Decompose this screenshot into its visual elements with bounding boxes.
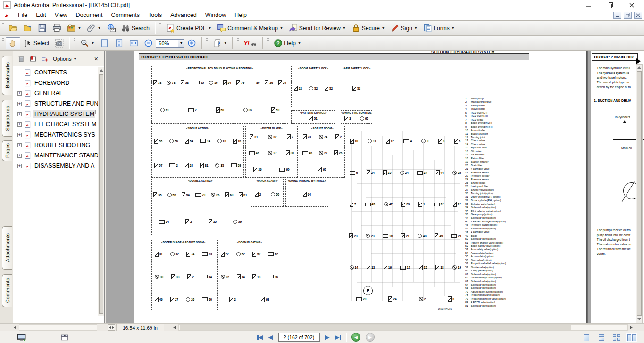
hand-tool-button[interactable] <box>6 37 20 49</box>
bookmark-item[interactable]: CONTENTS <box>13 67 98 78</box>
expand-plus-icon[interactable] <box>17 122 22 127</box>
send-review-button[interactable]: Send for Review▼ <box>286 22 349 34</box>
sidebar-tab[interactable]: Pages <box>2 140 12 161</box>
doc-restore-icon[interactable] <box>624 12 632 19</box>
facing-layout-icon[interactable] <box>611 333 622 342</box>
expand-plus-icon[interactable] <box>17 102 22 106</box>
bookmark-item[interactable]: MAINTENANCE STAND <box>13 150 98 161</box>
print-button[interactable] <box>50 22 64 34</box>
scrollbar-thumb[interactable] <box>99 74 103 314</box>
toolbar-grip[interactable] <box>206 38 208 49</box>
toolbar-grip[interactable] <box>159 23 161 33</box>
bookmark-item[interactable]: FOREWORD <box>13 78 98 88</box>
expand-current-bookmark-icon[interactable] <box>29 55 37 63</box>
previous-view-button[interactable]: ◀ <box>351 333 360 342</box>
menu-item[interactable]: Advanced <box>166 11 201 19</box>
fit-width-button[interactable] <box>126 37 141 49</box>
next-view-button[interactable]: ▶ <box>366 333 375 342</box>
options-menu-button[interactable]: Options▼ <box>53 56 77 62</box>
secure-button[interactable]: Secure▼ <box>349 22 388 34</box>
previous-page-button[interactable]: ◀ <box>268 334 273 341</box>
snapshot-button[interactable] <box>52 37 67 49</box>
menu-item[interactable]: Document <box>72 11 107 19</box>
expand-plus-icon[interactable] <box>17 143 22 147</box>
bookmarks-scroll-left-icon[interactable] <box>11 324 18 331</box>
bookmark-item[interactable]: ROUBLESHOOTING <box>13 140 98 150</box>
help-button[interactable]: ?Help▼ <box>271 37 304 49</box>
open-button[interactable] <box>6 22 20 34</box>
toolbar-grip[interactable] <box>2 38 4 49</box>
expand-plus-icon[interactable] <box>17 164 22 168</box>
toolbar-grip[interactable] <box>237 38 239 49</box>
doc-minimize-icon[interactable] <box>613 12 621 19</box>
doc-close-icon[interactable] <box>634 12 642 19</box>
panel-close-icon[interactable]: × <box>94 55 98 63</box>
fit-page-button[interactable] <box>97 37 112 49</box>
bookmark-item[interactable]: GENERAL <box>13 88 98 98</box>
pane-splitter-button[interactable] <box>108 324 115 331</box>
expand-plus-icon[interactable] <box>17 133 22 137</box>
bookmark-item[interactable]: DISASSEMBLY AND A <box>13 161 98 171</box>
delete-bookmark-icon[interactable] <box>17 55 25 63</box>
next-page-button[interactable]: ▶ <box>325 334 330 341</box>
document-vertical-scrollbar[interactable] <box>636 64 643 323</box>
bookmark-item[interactable]: HYDRAULIC SYSTEM <box>13 109 98 119</box>
scroll-up-icon[interactable] <box>100 69 103 72</box>
toolbar-grip[interactable] <box>74 38 75 49</box>
scrollbar-thumb[interactable] <box>637 71 642 316</box>
sign-button[interactable]: Sign▼ <box>388 22 420 34</box>
document-horizontal-scrollbar[interactable] <box>178 324 628 331</box>
sidebar-tab[interactable]: Bookmarks <box>2 56 12 95</box>
zoom-level-input[interactable]: 60% <box>156 39 178 48</box>
menu-item[interactable]: File <box>14 11 32 19</box>
bookmarks-horizontal-scrollbar[interactable] <box>19 324 97 331</box>
last-page-button[interactable]: ▶ <box>335 334 341 341</box>
zoom-out-button[interactable] <box>141 37 156 49</box>
email-button[interactable] <box>104 22 118 34</box>
scrollbar-thumb[interactable] <box>180 325 571 330</box>
doc-scroll-left-icon[interactable] <box>171 324 178 331</box>
expand-pane-arrow-icon[interactable] <box>636 58 641 64</box>
drawer-toggle-icon[interactable] <box>60 333 69 342</box>
close-icon[interactable] <box>628 2 636 8</box>
restore-icon[interactable] <box>606 2 614 8</box>
continuous-layout-icon[interactable] <box>595 333 607 342</box>
continuous-facing-layout-icon[interactable] <box>626 333 637 342</box>
menu-item[interactable]: Comments <box>107 11 144 19</box>
bookmark-item[interactable]: MECHATRONICS SYS <box>13 130 98 140</box>
zoom-in-button[interactable] <box>184 37 199 49</box>
select-tool-button[interactable]: Select <box>20 37 52 49</box>
organizer-button[interactable]: ▼ <box>64 22 84 34</box>
expand-plus-icon[interactable] <box>17 154 22 158</box>
save-button[interactable] <box>35 22 50 34</box>
expand-plus-icon[interactable] <box>17 112 22 116</box>
first-page-button[interactable]: ◀ <box>257 334 263 341</box>
fullscreen-view-icon[interactable] <box>17 333 26 342</box>
create-pdf-button[interactable]: Create PDF▼ <box>163 22 214 34</box>
sidebar-tab[interactable]: Attachments <box>2 226 12 270</box>
bookmark-item[interactable]: STRUCTURE AND FUN <box>13 98 98 109</box>
toolbar-grip[interactable] <box>2 23 4 33</box>
scroll-down-icon[interactable] <box>637 318 641 320</box>
menu-item[interactable]: Window <box>201 11 230 19</box>
sidebar-tab[interactable]: Comments <box>2 274 12 307</box>
menu-item[interactable]: View <box>50 11 72 19</box>
comment-markup-button[interactable]: Comment & Markup▼ <box>214 22 286 34</box>
new-bookmark-icon[interactable] <box>41 55 49 63</box>
doc-scroll-right-icon[interactable] <box>628 324 635 331</box>
sidebar-tab[interactable]: Signatures <box>2 100 12 137</box>
page-display-button[interactable]: ▼ <box>210 37 230 49</box>
toolbar-grip[interactable] <box>267 38 269 49</box>
menu-item[interactable]: Tools <box>144 11 166 19</box>
single-page-layout-icon[interactable] <box>580 333 592 342</box>
open-web-button[interactable] <box>20 22 35 34</box>
forms-button[interactable]: Forms▼ <box>420 22 458 34</box>
fit-height-button[interactable] <box>112 37 126 49</box>
bookmark-item[interactable]: ELECTRICAL SYSTEM <box>13 119 98 130</box>
menu-item[interactable]: Help <box>230 11 251 19</box>
yahoo-search-button[interactable]: Y! <box>241 37 260 49</box>
menu-item[interactable]: Edit <box>32 11 50 19</box>
zoom-tool-button[interactable]: ▼ <box>77 37 97 49</box>
search-button[interactable]: Search <box>118 22 152 34</box>
bookmarks-scrollbar[interactable] <box>98 67 104 316</box>
